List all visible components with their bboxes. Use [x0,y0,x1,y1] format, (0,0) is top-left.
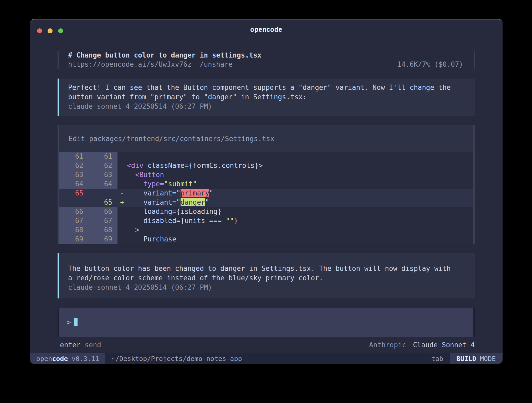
diff-code-line: variant="primary" [127,189,213,198]
code-segment: " [176,189,181,197]
code-segment: className= [147,162,189,169]
diff-row: 6868 > [59,225,473,235]
code-segment: variant [144,198,172,206]
diff-row: 6666 loading={isLoading} [59,207,473,216]
session-title: # Change button color to danger in setti… [68,51,463,60]
assistant-message-meta: claude-sonnet-4-20250514 (06:27 PM) [68,102,467,111]
diff-gutter: 6464 [59,179,117,189]
code-segment: = [172,189,176,197]
enter-key-hint: enter [60,341,80,349]
session-header: # Change button color to danger in setti… [58,51,475,69]
unshare-command[interactable]: /unshare [200,60,233,69]
diff-code-cell: <div className={formCs.controls}> [117,161,473,170]
title-bar: opencode [30,19,503,36]
code-segment [127,180,144,188]
code-segment: } [234,217,238,225]
prompt-input[interactable]: > [58,308,475,337]
prompt-symbol: > [67,318,71,326]
code-segment: "" [226,217,234,225]
diff-old-line-number: 65 [59,189,83,198]
diff-old-line-number: 64 [59,179,83,189]
diff-sign [117,225,127,235]
code-segment: type= [144,180,164,188]
diff-new-line-number: 68 [83,225,112,235]
diff-row: 6464 type="submit" [59,179,473,189]
diff-new-line-number: 67 [83,216,112,225]
app-version-badge: opencode v0.3.11 [30,353,105,364]
code-segment [127,198,144,206]
minimize-button[interactable] [48,28,53,33]
code-segment: > [135,226,139,234]
diff-sign [117,152,127,161]
diff-old-line-number: 63 [59,170,83,179]
diff-code-line: <div className={formCs.controls}> [127,161,263,170]
app-name-normal: open [36,355,52,363]
model-provider: Anthropic [369,341,406,349]
code-segment [127,189,144,197]
diff-old-line-number: 66 [59,207,83,216]
diff-old-line-number: 69 [59,235,83,244]
assistant-message: Perfect! I can see that the Button compo… [58,79,475,116]
diff-sign [117,207,127,216]
diff-code-cell [117,152,473,161]
code-segment: {isLoading} [176,208,222,215]
opencode-window: opencode # Change button color to danger… [30,19,503,364]
diff-code-cell: <Button [117,170,473,179]
diff-code-line: disabled={units === ""} [127,216,238,225]
send-action-hint: send [85,341,101,349]
diff-file-header: Edit packages/frontend/src/containers/Se… [69,135,473,143]
code-segment: <div [127,162,144,169]
diff-new-line-number: 63 [83,170,112,179]
diff-code-line: > [127,225,139,235]
code-segment: " [176,198,181,206]
diff-new-line-number: 64 [83,179,112,189]
diff-gutter: 6868 [59,225,117,235]
text-cursor [74,318,78,326]
session-content: # Change button color to danger in setti… [30,51,503,349]
diff-sign [117,235,127,244]
code-segment [127,171,135,179]
diff-old-line-number [59,198,83,207]
diff-gutter: 6363 [59,170,117,179]
assistant-message-text: The button color has been changed to dan… [68,264,467,283]
diff-old-line-number: 67 [59,216,83,225]
working-directory: ~/Desktop/Projects/demo-notes-app [111,355,242,363]
code-segment [127,226,135,234]
diff-gutter: 65 [59,189,117,198]
status-bar: opencode v0.3.11 ~/Desktop/Projects/demo… [30,353,503,364]
app-version: v0.3.11 [71,355,99,363]
model-name: Claude Sonnet 4 [413,341,475,349]
traffic-lights [37,28,63,33]
diff-row: 6363 <Button [59,170,473,179]
diff-row: 6161 [59,152,473,161]
diff-gutter: 6262 [59,161,117,170]
tab-key-hint[interactable]: tab [431,355,443,363]
diff-code-line: <Button [127,170,164,179]
share-url-link[interactable]: https://opencode.ai/s/UwJxv76z [68,60,192,69]
diff-sign: + [117,198,127,207]
code-segment [127,235,144,243]
diff-old-line-number: 61 [59,152,83,161]
diff-code-cell: + variant="danger" [117,198,473,207]
code-segment: {formCs.controls}> [189,162,263,169]
diff-sign [117,161,127,170]
diff-code-cell: disabled={units === ""} [117,216,473,225]
hint-row: enter send Anthropic Claude Sonnet 4 [58,341,475,349]
diff-code-cell: type="submit" [117,179,473,189]
code-segment: " [205,198,209,206]
edit-diff-panel: Edit packages/frontend/src/containers/Se… [58,125,475,244]
diff-code-line: loading={isLoading} [127,207,222,216]
code-segment: loading= [144,208,176,215]
diff-new-line-number [83,189,112,198]
context-token-stats: 14.6K/7% ($0.07) [397,60,463,69]
zoom-button[interactable] [58,28,63,33]
diff-new-line-number: 65 [83,198,112,207]
diff-row: 6969 Purchase [59,235,473,244]
code-segment [127,217,144,225]
diff-code-cell: Purchase [117,235,473,244]
session-subheader: https://opencode.ai/s/UwJxv76z /unshare … [68,60,463,69]
close-button[interactable] [37,28,42,33]
diff-gutter: 6666 [59,207,117,216]
diff-code-cell: loading={isLoading} [117,207,473,216]
code-segment: variant [144,189,172,197]
